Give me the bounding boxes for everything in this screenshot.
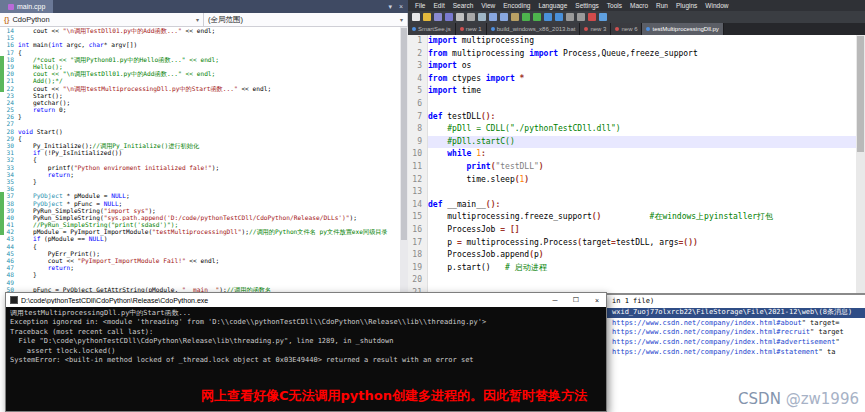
zoom-out-icon[interactable] — [577, 13, 585, 21]
console-titlebar[interactable]: D:\code\pythonTestCDll\CdoPython\Release… — [6, 293, 606, 307]
vs-code-line[interactable]: 42 pModule = PyImport_ImportModule("test… — [0, 228, 400, 235]
npp-code-line[interactable]: 18 ProcessJob.append(p) — [408, 249, 856, 262]
npp-editor-scrollbar[interactable] — [856, 35, 865, 293]
npp-code-line[interactable]: 11 print("testDLL") — [408, 161, 856, 174]
vs-code-line[interactable]: 28void Start() — [0, 128, 400, 135]
paste-icon[interactable] — [511, 13, 519, 21]
vs-code-line[interactable]: 31 if (!Py_IsInitialized()) — [0, 149, 400, 156]
npp-code-line[interactable]: 14def __main__(): — [408, 199, 856, 212]
menu-encoding[interactable]: Encoding — [499, 2, 534, 9]
menu-settings[interactable]: Settings — [571, 2, 603, 9]
menu-edit[interactable]: Edit — [429, 2, 448, 9]
close-all-icon[interactable] — [467, 13, 475, 21]
vs-scope-dropdown[interactable]: {} CdoPython ▾ — [0, 13, 204, 26]
scrollbar-thumb[interactable] — [857, 36, 864, 152]
vs-code-line[interactable]: 17{ — [0, 49, 400, 56]
npp-editor[interactable]: 1import multiprocessing2from multiproces… — [408, 35, 856, 293]
copy-icon[interactable] — [500, 13, 508, 21]
find-icon[interactable] — [544, 13, 552, 21]
vs-code-line[interactable]: 24 getchar(); — [0, 99, 400, 106]
vs-tab-main-cpp[interactable]: main.cpp — [0, 0, 53, 13]
npp-code-line[interactable]: 8 #pDll = CDLL("./pythonTestCDll.dll") — [408, 123, 856, 136]
npp-tab[interactable]: build_windows_x86_2013.bat — [487, 23, 581, 35]
menu-view[interactable]: View — [477, 2, 499, 9]
vs-code-line[interactable]: 48 } — [0, 271, 400, 278]
menu-macro[interactable]: Macro — [626, 2, 652, 9]
replace-icon[interactable] — [555, 13, 563, 21]
npp-code-line[interactable]: 16 ProcessJob = [] — [408, 224, 856, 237]
open-file-icon[interactable] — [423, 13, 431, 21]
npp-code-line[interactable]: 19 p.start() # 启动进程 — [408, 262, 856, 275]
npp-tab[interactable]: new 6 — [611, 23, 642, 35]
menu-window[interactable]: Window — [701, 2, 732, 9]
vs-code-line[interactable]: 23 Start(); — [0, 92, 400, 99]
new-file-icon[interactable] — [412, 13, 420, 21]
vs-code-line[interactable]: 16int main(int argc, char* argv[]) — [0, 41, 400, 48]
vs-code-line[interactable]: 35 } — [0, 178, 400, 185]
npp-tab[interactable]: new 1 — [456, 23, 487, 35]
npp-code-line[interactable]: 12 time.sleep(1) — [408, 174, 856, 187]
npp-code-line[interactable]: 4from ctypes import * — [408, 73, 856, 86]
menu-tools[interactable]: Tools — [603, 2, 626, 9]
npp-code-line[interactable]: 20 — [408, 274, 856, 287]
vs-code-line[interactable]: 21 Add();*/ — [0, 77, 400, 84]
vs-code-line[interactable]: 36 — [0, 185, 400, 192]
vs-code-line[interactable]: 41 //PyRun_SimpleString("print('sdasd')"… — [0, 221, 400, 228]
npp-tab[interactable]: testMultiprocessingDll.py — [642, 23, 723, 35]
npp-code-line[interactable]: 7def testDLL(): — [408, 111, 856, 124]
vs-code-line[interactable]: 26} — [0, 113, 400, 120]
zoom-in-icon[interactable] — [566, 13, 574, 21]
npp-code-line[interactable]: 2from multiprocessing import Process,Que… — [408, 48, 856, 61]
npp-code-line[interactable]: 10 while 1: — [408, 148, 856, 161]
redo-icon[interactable] — [533, 13, 541, 21]
print-icon[interactable] — [478, 13, 486, 21]
vs-code-line[interactable]: 25 return 0; — [0, 106, 400, 113]
npp-tab[interactable]: new 3 — [580, 23, 611, 35]
vs-code-line[interactable]: 45 PyErr_Print(); — [0, 250, 400, 257]
undo-icon[interactable] — [522, 13, 530, 21]
npp-code-line[interactable]: 15 multiprocessing.freeze_support() #在wi… — [408, 211, 856, 224]
npp-tab[interactable]: SmartSee.js — [408, 23, 456, 35]
save-icon[interactable] — [434, 13, 442, 21]
vs-code-line[interactable]: 18 /*cout << "调用Python01.py中的Hello函数..."… — [0, 56, 400, 63]
vs-code-line[interactable]: 40 PyRun_SimpleString("sys.path.append('… — [0, 214, 400, 221]
minimize-button[interactable]: ─ — [546, 297, 564, 304]
macro-play-icon[interactable] — [599, 13, 607, 21]
vs-code-line[interactable]: 33 printf("Python enviroment initialized… — [0, 164, 400, 171]
menu-plugins[interactable]: Plugins — [672, 2, 701, 9]
close-icon[interactable]: × — [399, 3, 403, 10]
vs-code-line[interactable]: 30 Py_Initialize();//调用Py_Initialize()进行… — [0, 142, 400, 149]
vs-code-line[interactable]: 44 { — [0, 243, 400, 250]
vs-code-line[interactable]: 29{ — [0, 135, 400, 142]
menu-run[interactable]: Run — [652, 2, 672, 9]
vs-code-line[interactable]: 47 return; — [0, 264, 400, 271]
menu-search[interactable]: Search — [449, 2, 478, 9]
menu-file[interactable]: File — [411, 2, 429, 9]
scrollbar-thumb[interactable] — [401, 28, 407, 240]
vs-code-line[interactable]: 46 cout << "PyImport_ImportModule Fail!"… — [0, 257, 400, 264]
npp-code-line[interactable]: 13 — [408, 186, 856, 199]
vs-code-line[interactable]: 43 if (pModule == NULL) — [0, 235, 400, 242]
vs-code-line[interactable]: 39 PyRun_SimpleString("import sys"); — [0, 207, 400, 214]
npp-code-line[interactable]: 9 #pDll.startC() — [408, 136, 856, 149]
menu-language[interactable]: Language — [534, 2, 571, 9]
maximize-button[interactable]: ☐ — [567, 296, 585, 304]
vs-code-line[interactable]: 38 PyObject * pFunc = NULL; — [0, 200, 400, 207]
vs-code-line[interactable]: 19 Hello(); — [0, 63, 400, 70]
vs-code-line[interactable]: 14 cout << "\n调用TestDll01.py中的Add函数..." … — [0, 27, 400, 34]
vs-code-line[interactable]: 15 — [0, 34, 400, 41]
npp-code-line[interactable]: 1import multiprocessing — [408, 35, 856, 48]
npp-code-line[interactable]: 3import os — [408, 60, 856, 73]
npp-code-line[interactable]: 17 p = multiprocessing.Process(target=te… — [408, 237, 856, 250]
cut-icon[interactable] — [489, 13, 497, 21]
close-button[interactable]: × — [588, 297, 606, 304]
chevron-down-icon[interactable]: ▾ — [388, 3, 392, 11]
vs-code-line[interactable]: 34 return; — [0, 171, 400, 178]
save-all-icon[interactable] — [445, 13, 453, 21]
npp-code-line[interactable]: 6 — [408, 98, 856, 111]
vs-code-line[interactable]: 49 — [0, 279, 400, 286]
macro-record-icon[interactable] — [588, 13, 596, 21]
vs-code-line[interactable]: 27 — [0, 120, 400, 127]
npp-code-line[interactable]: 5import time — [408, 85, 856, 98]
vs-code-line[interactable]: 37 PyObject * pModule = NULL; — [0, 192, 400, 199]
